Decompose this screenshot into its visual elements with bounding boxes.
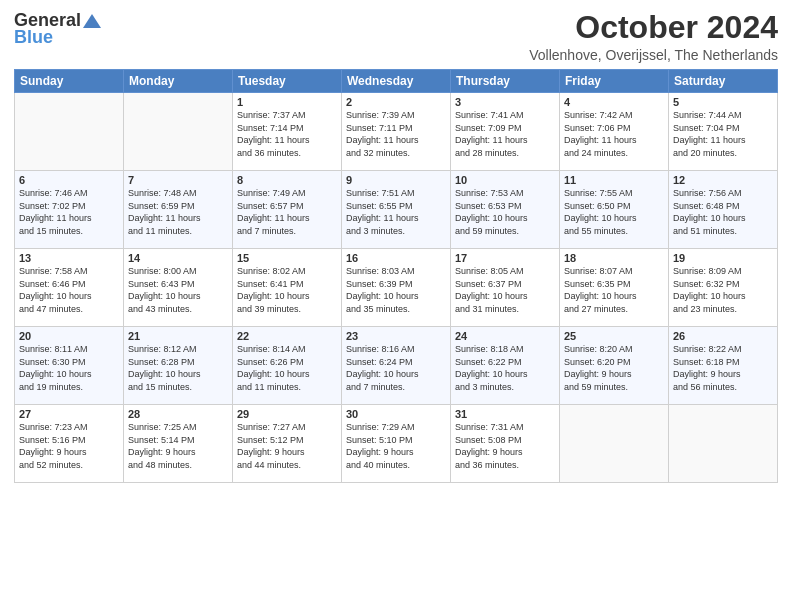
day-number: 18: [564, 252, 664, 264]
calendar-cell: 9Sunrise: 7:51 AM Sunset: 6:55 PM Daylig…: [342, 171, 451, 249]
day-info: Sunrise: 7:25 AM Sunset: 5:14 PM Dayligh…: [128, 421, 228, 471]
day-header-friday: Friday: [560, 70, 669, 93]
calendar-cell: 28Sunrise: 7:25 AM Sunset: 5:14 PM Dayli…: [124, 405, 233, 483]
calendar-cell: 12Sunrise: 7:56 AM Sunset: 6:48 PM Dayli…: [669, 171, 778, 249]
day-number: 13: [19, 252, 119, 264]
day-number: 20: [19, 330, 119, 342]
day-number: 31: [455, 408, 555, 420]
calendar-header-row: SundayMondayTuesdayWednesdayThursdayFrid…: [15, 70, 778, 93]
calendar-cell: 7Sunrise: 7:48 AM Sunset: 6:59 PM Daylig…: [124, 171, 233, 249]
day-number: 11: [564, 174, 664, 186]
title-block: October 2024 Vollenhove, Overijssel, The…: [529, 10, 778, 63]
calendar-cell: 22Sunrise: 8:14 AM Sunset: 6:26 PM Dayli…: [233, 327, 342, 405]
day-info: Sunrise: 8:12 AM Sunset: 6:28 PM Dayligh…: [128, 343, 228, 393]
calendar-cell: 8Sunrise: 7:49 AM Sunset: 6:57 PM Daylig…: [233, 171, 342, 249]
day-info: Sunrise: 7:41 AM Sunset: 7:09 PM Dayligh…: [455, 109, 555, 159]
day-info: Sunrise: 8:18 AM Sunset: 6:22 PM Dayligh…: [455, 343, 555, 393]
day-header-wednesday: Wednesday: [342, 70, 451, 93]
calendar-cell: [669, 405, 778, 483]
day-header-saturday: Saturday: [669, 70, 778, 93]
day-info: Sunrise: 7:31 AM Sunset: 5:08 PM Dayligh…: [455, 421, 555, 471]
day-number: 9: [346, 174, 446, 186]
day-number: 30: [346, 408, 446, 420]
day-number: 5: [673, 96, 773, 108]
day-number: 24: [455, 330, 555, 342]
calendar-cell: 15Sunrise: 8:02 AM Sunset: 6:41 PM Dayli…: [233, 249, 342, 327]
day-info: Sunrise: 8:05 AM Sunset: 6:37 PM Dayligh…: [455, 265, 555, 315]
calendar-cell: 29Sunrise: 7:27 AM Sunset: 5:12 PM Dayli…: [233, 405, 342, 483]
day-info: Sunrise: 8:14 AM Sunset: 6:26 PM Dayligh…: [237, 343, 337, 393]
calendar-table: SundayMondayTuesdayWednesdayThursdayFrid…: [14, 69, 778, 483]
day-number: 23: [346, 330, 446, 342]
day-number: 27: [19, 408, 119, 420]
day-info: Sunrise: 7:29 AM Sunset: 5:10 PM Dayligh…: [346, 421, 446, 471]
day-info: Sunrise: 8:02 AM Sunset: 6:41 PM Dayligh…: [237, 265, 337, 315]
location: Vollenhove, Overijssel, The Netherlands: [529, 47, 778, 63]
day-number: 3: [455, 96, 555, 108]
calendar-cell: 30Sunrise: 7:29 AM Sunset: 5:10 PM Dayli…: [342, 405, 451, 483]
calendar-cell: 23Sunrise: 8:16 AM Sunset: 6:24 PM Dayli…: [342, 327, 451, 405]
day-header-thursday: Thursday: [451, 70, 560, 93]
calendar-cell: 10Sunrise: 7:53 AM Sunset: 6:53 PM Dayli…: [451, 171, 560, 249]
day-info: Sunrise: 8:07 AM Sunset: 6:35 PM Dayligh…: [564, 265, 664, 315]
calendar-page: General Blue October 2024 Vollenhove, Ov…: [0, 0, 792, 612]
day-number: 6: [19, 174, 119, 186]
calendar-cell: 6Sunrise: 7:46 AM Sunset: 7:02 PM Daylig…: [15, 171, 124, 249]
day-header-tuesday: Tuesday: [233, 70, 342, 93]
calendar-cell: 1Sunrise: 7:37 AM Sunset: 7:14 PM Daylig…: [233, 93, 342, 171]
day-number: 4: [564, 96, 664, 108]
day-info: Sunrise: 8:09 AM Sunset: 6:32 PM Dayligh…: [673, 265, 773, 315]
day-header-sunday: Sunday: [15, 70, 124, 93]
day-number: 10: [455, 174, 555, 186]
day-info: Sunrise: 7:53 AM Sunset: 6:53 PM Dayligh…: [455, 187, 555, 237]
day-info: Sunrise: 7:42 AM Sunset: 7:06 PM Dayligh…: [564, 109, 664, 159]
day-header-monday: Monday: [124, 70, 233, 93]
day-number: 28: [128, 408, 228, 420]
day-number: 16: [346, 252, 446, 264]
day-info: Sunrise: 8:11 AM Sunset: 6:30 PM Dayligh…: [19, 343, 119, 393]
day-number: 8: [237, 174, 337, 186]
svg-marker-0: [83, 14, 101, 28]
calendar-cell: 25Sunrise: 8:20 AM Sunset: 6:20 PM Dayli…: [560, 327, 669, 405]
day-info: Sunrise: 7:27 AM Sunset: 5:12 PM Dayligh…: [237, 421, 337, 471]
calendar-cell: 26Sunrise: 8:22 AM Sunset: 6:18 PM Dayli…: [669, 327, 778, 405]
day-info: Sunrise: 7:37 AM Sunset: 7:14 PM Dayligh…: [237, 109, 337, 159]
calendar-week-row: 13Sunrise: 7:58 AM Sunset: 6:46 PM Dayli…: [15, 249, 778, 327]
day-number: 19: [673, 252, 773, 264]
calendar-cell: 31Sunrise: 7:31 AM Sunset: 5:08 PM Dayli…: [451, 405, 560, 483]
calendar-cell: 2Sunrise: 7:39 AM Sunset: 7:11 PM Daylig…: [342, 93, 451, 171]
calendar-cell: 16Sunrise: 8:03 AM Sunset: 6:39 PM Dayli…: [342, 249, 451, 327]
day-number: 26: [673, 330, 773, 342]
calendar-cell: [560, 405, 669, 483]
day-number: 7: [128, 174, 228, 186]
calendar-week-row: 27Sunrise: 7:23 AM Sunset: 5:16 PM Dayli…: [15, 405, 778, 483]
day-number: 22: [237, 330, 337, 342]
day-info: Sunrise: 7:56 AM Sunset: 6:48 PM Dayligh…: [673, 187, 773, 237]
day-info: Sunrise: 7:44 AM Sunset: 7:04 PM Dayligh…: [673, 109, 773, 159]
calendar-cell: 21Sunrise: 8:12 AM Sunset: 6:28 PM Dayli…: [124, 327, 233, 405]
day-info: Sunrise: 7:48 AM Sunset: 6:59 PM Dayligh…: [128, 187, 228, 237]
day-info: Sunrise: 7:39 AM Sunset: 7:11 PM Dayligh…: [346, 109, 446, 159]
header: General Blue October 2024 Vollenhove, Ov…: [14, 10, 778, 63]
day-number: 29: [237, 408, 337, 420]
day-info: Sunrise: 7:23 AM Sunset: 5:16 PM Dayligh…: [19, 421, 119, 471]
day-number: 14: [128, 252, 228, 264]
calendar-cell: 20Sunrise: 8:11 AM Sunset: 6:30 PM Dayli…: [15, 327, 124, 405]
calendar-cell: [15, 93, 124, 171]
day-number: 2: [346, 96, 446, 108]
day-info: Sunrise: 7:55 AM Sunset: 6:50 PM Dayligh…: [564, 187, 664, 237]
day-number: 15: [237, 252, 337, 264]
day-info: Sunrise: 8:00 AM Sunset: 6:43 PM Dayligh…: [128, 265, 228, 315]
calendar-cell: 11Sunrise: 7:55 AM Sunset: 6:50 PM Dayli…: [560, 171, 669, 249]
day-number: 12: [673, 174, 773, 186]
month-title: October 2024: [529, 10, 778, 45]
calendar-cell: 17Sunrise: 8:05 AM Sunset: 6:37 PM Dayli…: [451, 249, 560, 327]
calendar-week-row: 1Sunrise: 7:37 AM Sunset: 7:14 PM Daylig…: [15, 93, 778, 171]
calendar-cell: [124, 93, 233, 171]
day-info: Sunrise: 7:58 AM Sunset: 6:46 PM Dayligh…: [19, 265, 119, 315]
day-info: Sunrise: 8:03 AM Sunset: 6:39 PM Dayligh…: [346, 265, 446, 315]
calendar-cell: 14Sunrise: 8:00 AM Sunset: 6:43 PM Dayli…: [124, 249, 233, 327]
calendar-cell: 13Sunrise: 7:58 AM Sunset: 6:46 PM Dayli…: [15, 249, 124, 327]
calendar-cell: 4Sunrise: 7:42 AM Sunset: 7:06 PM Daylig…: [560, 93, 669, 171]
calendar-cell: 5Sunrise: 7:44 AM Sunset: 7:04 PM Daylig…: [669, 93, 778, 171]
